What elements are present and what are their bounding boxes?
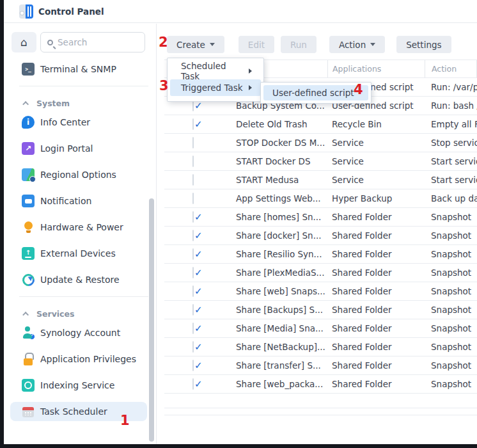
table-row[interactable]: Share [homes] Sn... Shared Folder Snapsh… <box>164 208 477 227</box>
empty-row-divider <box>164 415 477 415</box>
menu-item-triggered-task[interactable]: Triggered Task <box>170 79 261 96</box>
table-row[interactable]: Share [Backups] S... Shared Folder Snaps… <box>164 301 477 319</box>
table-row[interactable]: START Medusa Service Start servic <box>164 171 477 189</box>
table-row[interactable]: Share [docker] Sn... Shared Folder Snaps… <box>164 227 477 245</box>
cell-applications: Shared Folder <box>327 249 425 259</box>
sidebar-item-label: Synology Account <box>40 328 120 338</box>
sidebar-item-label: Task Scheduler <box>40 406 107 417</box>
row-checkbox[interactable] <box>192 285 194 297</box>
row-checkbox[interactable] <box>192 267 194 278</box>
table-row[interactable]: Share [transfer] S... Shared Folder Snap… <box>164 356 477 375</box>
sidebar-item-label: Terminal & SNMP <box>40 64 116 74</box>
table-row[interactable]: App Settings Web... Hyper Backup Back up… <box>164 189 477 208</box>
cell-task-name: Delete Old Trash <box>228 119 327 129</box>
sidebar-item-regional-options[interactable]: Regional Options <box>10 165 147 184</box>
table-row[interactable]: Share [web] Snaps... Shared Folder Snaps… <box>164 282 477 301</box>
sidebar-divider <box>19 296 148 297</box>
cell-action: Run: bash / <box>425 100 477 111</box>
cell-applications: Shared Folder <box>327 268 425 278</box>
sidebar-item-hardware-power[interactable]: Hardware & Power <box>10 218 147 237</box>
table-row[interactable]: Share [Resilio Syn... Shared Folder Snap… <box>164 245 477 264</box>
row-checkbox[interactable] <box>192 193 194 204</box>
row-checkbox[interactable] <box>192 360 194 371</box>
menu-item-scheduled-task[interactable]: Scheduled Task <box>170 63 261 79</box>
cell-applications: Service <box>327 138 425 148</box>
sidebar-item-notification[interactable]: Notification <box>10 191 147 211</box>
cell-task-name: Share [docker] Sn... <box>228 230 327 241</box>
table-row[interactable]: Share [PlexMediaS... Shared Folder Snaps… <box>164 264 477 282</box>
cell-task-name: Share [Backups] S... <box>228 305 327 315</box>
cell-applications: Shared Folder <box>327 212 425 222</box>
table-row[interactable]: Share [web_packa... Shared Folder Snapsh… <box>164 375 477 394</box>
sidebar-group-services[interactable]: Services <box>10 304 147 323</box>
terminal-icon: >_ <box>22 63 35 76</box>
cell-applications: Shared Folder <box>327 230 425 241</box>
group-label: Services <box>36 309 74 319</box>
row-checkbox[interactable] <box>192 304 194 316</box>
annotation-2: 2 <box>159 35 168 49</box>
regional-options-icon <box>22 168 35 181</box>
menu-item-user-defined-script[interactable]: User-defined script <box>263 85 368 100</box>
header-applications[interactable]: Applications <box>327 60 425 77</box>
application-privileges-icon <box>22 353 35 365</box>
row-checkbox[interactable] <box>192 156 194 167</box>
sidebar-item-label: Notification <box>40 196 91 206</box>
update-restore-icon <box>22 273 35 286</box>
cell-action: Empty all R <box>425 119 477 129</box>
row-checkbox[interactable] <box>192 211 194 223</box>
table-row[interactable]: Share [NetBackup]... Shared Folder Snaps… <box>164 338 477 356</box>
notification-icon <box>22 195 35 207</box>
chevron-up-icon <box>22 101 31 106</box>
cell-action: Start servic <box>425 156 477 166</box>
row-checkbox[interactable] <box>192 174 194 186</box>
cell-applications: Recycle Bin <box>327 119 425 129</box>
row-checkbox[interactable] <box>192 248 194 260</box>
sidebar-group-system[interactable]: System <box>10 93 147 113</box>
sidebar-item-login-portal[interactable]: ↗ Login Portal <box>10 139 147 158</box>
action-button[interactable]: Action <box>329 36 385 53</box>
sidebar-divider <box>19 86 148 86</box>
sidebar-item-terminal-snmp[interactable]: >_ Terminal & SNMP <box>10 60 147 79</box>
row-checkbox[interactable] <box>192 323 194 334</box>
cell-applications: Service <box>327 156 425 166</box>
sidebar-item-update-restore[interactable]: Update & Restore <box>10 270 147 289</box>
sidebar-item-label: Update & Restore <box>40 275 120 285</box>
table-row[interactable]: Share [Media] Sna... Shared Folder Snaps… <box>164 319 477 338</box>
table-row[interactable]: START Docker DS Service Start servic <box>164 152 477 171</box>
cell-task-name: Share [NetBackup]... <box>228 342 327 352</box>
edit-button[interactable]: Edit <box>238 36 274 53</box>
settings-button[interactable]: Settings <box>396 36 451 53</box>
sidebar-item-indexing-service[interactable]: Indexing Service <box>10 376 147 395</box>
sidebar-item-synology-account[interactable]: Synology Account <box>10 323 147 342</box>
sidebar-item-info-center[interactable]: i Info Center <box>10 113 147 132</box>
cell-action: Snapshot <box>425 379 477 389</box>
sidebar-item-label: Login Portal <box>40 143 93 154</box>
create-button[interactable]: Create <box>167 36 224 53</box>
sidebar-scrollbar[interactable] <box>149 198 154 442</box>
row-checkbox[interactable] <box>192 341 194 353</box>
edit-button-label: Edit <box>248 40 265 50</box>
cell-applications: Shared Folder <box>327 342 425 352</box>
search-input[interactable]: Search <box>40 32 145 52</box>
group-label: System <box>36 99 70 108</box>
row-checkbox[interactable] <box>192 230 194 241</box>
home-button[interactable]: ⌂ <box>12 32 36 52</box>
cell-action: Stop servic <box>425 138 477 148</box>
run-button[interactable]: Run <box>281 36 317 53</box>
submenu-arrow-icon <box>249 68 254 74</box>
cell-action: Snapshot <box>425 323 477 333</box>
create-dropdown-menu: Scheduled Task Triggered Task <box>167 58 264 102</box>
indexing-service-icon <box>22 379 35 392</box>
row-checkbox[interactable] <box>192 378 194 390</box>
table-row[interactable]: Delete Old Trash Recycle Bin Empty all R <box>164 115 477 134</box>
sidebar-item-label: Info Center <box>40 117 90 127</box>
login-portal-icon: ↗ <box>22 142 35 155</box>
cell-action: Start servic <box>425 175 477 185</box>
window-title: Control Panel <box>38 6 104 17</box>
row-checkbox[interactable] <box>192 137 194 148</box>
sidebar-item-external-devices[interactable]: ↑ External Devices <box>10 244 147 263</box>
row-checkbox[interactable] <box>192 118 194 130</box>
sidebar-item-application-privileges[interactable]: Application Privileges <box>10 349 147 369</box>
header-action[interactable]: Action <box>425 60 477 77</box>
table-row[interactable]: STOP Docker DS M... Service Stop servic <box>164 134 477 152</box>
